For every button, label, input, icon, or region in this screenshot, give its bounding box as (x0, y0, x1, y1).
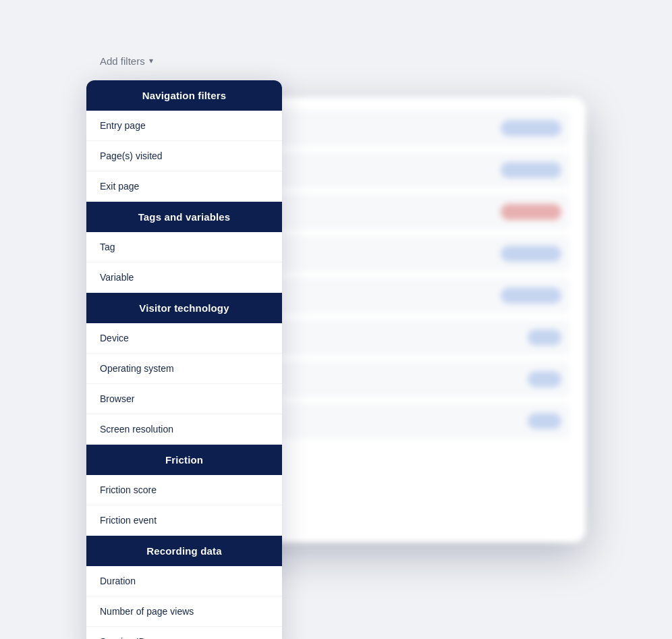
menu-item-3-1[interactable]: Friction event (86, 505, 282, 536)
menu-item-0-1[interactable]: Page(s) visited (86, 141, 282, 171)
menu-item-4-1[interactable]: Number of page views (86, 596, 282, 627)
menu-item-0-2[interactable]: Exit page (86, 171, 282, 202)
menu-item-1-1[interactable]: Variable (86, 262, 282, 293)
menu-item-4-2[interactable]: Session ID (86, 627, 282, 640)
section-header-0: Navigation filters (86, 80, 282, 111)
section-header-1: Tags and variables (86, 202, 282, 232)
filter-dropdown: Navigation filtersEntry pagePage(s) visi… (86, 80, 282, 640)
scene: Add filters ▾ Navigation filtersEntry pa… (46, 43, 626, 596)
menu-item-0-0[interactable]: Entry page (86, 111, 282, 141)
menu-item-1-0[interactable]: Tag (86, 232, 282, 262)
add-filters-label: Add filters (100, 55, 145, 67)
menu-item-2-0[interactable]: Device (86, 323, 282, 354)
add-filters-button[interactable]: Add filters ▾ (100, 55, 153, 67)
menu-item-2-1[interactable]: Operating system (86, 354, 282, 384)
menu-item-3-0[interactable]: Friction score (86, 475, 282, 505)
menu-item-4-0[interactable]: Duration (86, 566, 282, 596)
menu-item-2-3[interactable]: Screen resolution (86, 414, 282, 445)
section-header-3: Friction (86, 445, 282, 475)
chevron-down-icon: ▾ (149, 56, 153, 65)
section-header-2: Visitor technology (86, 293, 282, 323)
section-header-4: Recording data (86, 536, 282, 566)
menu-item-2-2[interactable]: Browser (86, 384, 282, 414)
